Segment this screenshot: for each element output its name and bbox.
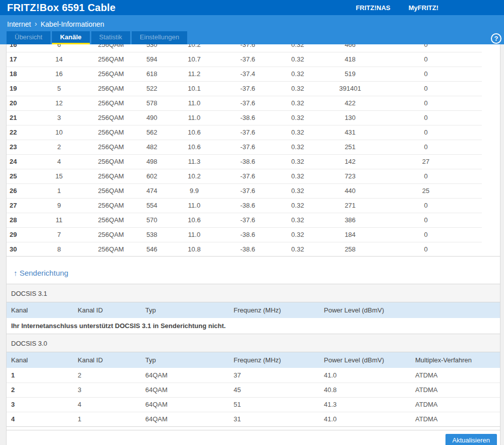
table-cell: 0 [370, 81, 482, 96]
table-cell: 20 [7, 96, 42, 110]
table-cell: 11.0 [158, 198, 231, 213]
table-cell: 594 [146, 52, 158, 67]
col-kanal: Kanal [7, 302, 73, 318]
table-cell: 602 [146, 169, 158, 183]
table-cell: 23 [7, 140, 42, 154]
table-cell: 256QAM [76, 227, 146, 242]
table-cell: 16 [42, 67, 76, 81]
table-cell: 546 [146, 242, 158, 257]
tab-einstellungen[interactable]: Einstellungen [132, 31, 187, 44]
refresh-button[interactable]: Aktualisieren [445, 434, 497, 445]
table-cell: 386 [330, 213, 370, 227]
docsis30-section-label: DOCSIS 3.0 [7, 334, 500, 352]
table-cell: 618 [146, 67, 158, 81]
table-cell: 9.9 [158, 183, 231, 198]
help-icon[interactable]: ? [491, 33, 501, 44]
table-cell: 256QAM [76, 213, 146, 227]
table-cell: 11.3 [158, 154, 231, 169]
table-cell: 0.32 [265, 140, 330, 154]
top-header: FRITZ!Box 6591 Cable FRITZ!NAS MyFRITZ! [0, 0, 504, 15]
col-typ: Typ [141, 352, 229, 368]
table-cell: 4 [73, 397, 141, 412]
table-cell: 17 [7, 52, 42, 67]
table-cell: 0.32 [265, 227, 330, 242]
table-cell: 27 [7, 198, 42, 213]
tab-kanaele[interactable]: Kanäle [52, 31, 90, 44]
table-cell: 256QAM [76, 125, 146, 140]
table-row: 195256QAM52210.1-37.60.323914010 [7, 81, 500, 96]
fritznas-link[interactable]: FRITZ!NAS [356, 4, 390, 12]
footer-button-row: Aktualisieren [7, 430, 500, 445]
table-cell: 1 [7, 368, 73, 383]
table-row: 2515256QAM60210.2-37.60.327230 [7, 169, 500, 183]
table-cell: 0.32 [265, 242, 330, 257]
table-cell: 258 [330, 242, 370, 257]
sub-header: Internet › Kabel-Informationen ? Übersic… [0, 15, 504, 44]
col-kanal-id: Kanal ID [73, 302, 141, 318]
table-cell: -37.6 [231, 52, 265, 67]
table-cell: 10.6 [158, 213, 231, 227]
docsis31-section-label: DOCSIS 3.1 [7, 284, 500, 302]
tab-bar: Übersicht Kanäle Statistik Einstellungen [7, 31, 189, 44]
table-cell: 256QAM [76, 140, 146, 154]
table-cell: 0.32 [265, 169, 330, 183]
table-row: 1714256QAM59410.7-37.60.324180 [7, 52, 500, 67]
table-cell: 256QAM [76, 154, 146, 169]
table-cell: 45 [229, 383, 319, 397]
tab-uebersicht[interactable]: Übersicht [7, 31, 50, 44]
table-cell: 0 [370, 44, 482, 52]
table-cell: -38.6 [231, 110, 265, 125]
table-cell: 130 [330, 110, 370, 125]
table-cell: -37.6 [231, 96, 265, 110]
table-cell: 12 [42, 96, 76, 110]
tab-statistik[interactable]: Statistik [91, 31, 131, 44]
app-title: FRITZ!Box 6591 Cable [0, 2, 116, 14]
col-kanal-id: Kanal ID [73, 352, 141, 368]
table-cell: -37.4 [231, 67, 265, 81]
table-cell: 0.32 [265, 154, 330, 169]
col-frequenz: Frequenz (MHz) [229, 302, 319, 318]
content-area: 166256QAM53010.2-37.60.3246601714256QAM5… [6, 44, 500, 445]
table-cell: 16 [7, 44, 42, 52]
table-cell: 41.0 [319, 368, 411, 383]
table-cell: 64QAM [141, 368, 229, 383]
breadcrumb-internet[interactable]: Internet [7, 20, 31, 28]
table-cell: -38.6 [231, 154, 265, 169]
table-cell: 10.8 [158, 242, 231, 257]
table-cell: 256QAM [76, 198, 146, 213]
table-cell: 1 [42, 183, 76, 198]
table-cell: 0.32 [265, 44, 330, 52]
table-cell: 0 [370, 125, 482, 140]
table-cell: 0 [370, 242, 482, 257]
table-cell: 22 [7, 125, 42, 140]
table-cell: 256QAM [76, 169, 146, 183]
table-cell: 0.32 [265, 183, 330, 198]
table-cell: 11.2 [158, 67, 231, 81]
table-cell: 2 [73, 368, 141, 383]
table-cell: -38.6 [231, 242, 265, 257]
table-cell: 10 [42, 125, 76, 140]
table-cell: 0 [370, 52, 482, 67]
table-cell: 422 [330, 96, 370, 110]
table-cell: ATDMA [411, 397, 500, 412]
table-cell: 3 [42, 110, 76, 125]
table-cell: 10.2 [158, 44, 231, 52]
myfritz-link[interactable]: MyFRITZ! [409, 4, 438, 12]
table-cell: -37.6 [231, 183, 265, 198]
table-cell: 0.32 [265, 96, 330, 110]
table-cell: 482 [146, 140, 158, 154]
docsis30-header-row: Kanal Kanal ID Typ Frequenz (MHz) Power … [7, 352, 500, 368]
table-cell: 522 [146, 81, 158, 96]
col-typ: Typ [141, 302, 229, 318]
col-frequenz: Frequenz (MHz) [229, 352, 319, 368]
table-cell: 27 [370, 154, 482, 169]
table-cell: 570 [146, 213, 158, 227]
docsis31-unsupported-message: Ihr Internetanschluss unterstützt DOCSIS… [7, 318, 500, 334]
table-cell: 24 [7, 154, 42, 169]
send-direction-label: Senderichtung [20, 269, 69, 277]
table-cell: 10.7 [158, 52, 231, 67]
table-cell: ATDMA [411, 368, 500, 383]
docsis30-table: Kanal Kanal ID Typ Frequenz (MHz) Power … [7, 352, 500, 427]
table-cell: ATDMA [411, 412, 500, 426]
table-cell: 1 [73, 412, 141, 426]
